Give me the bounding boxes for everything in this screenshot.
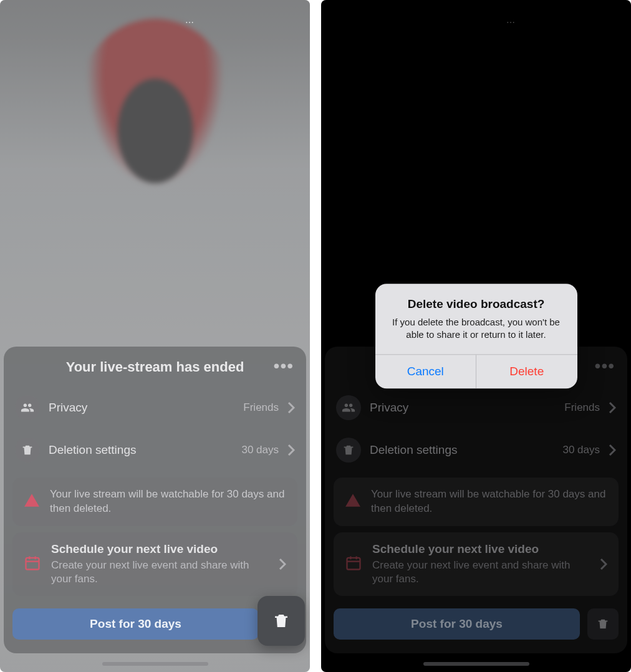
deletion-label: Deletion settings: [49, 443, 233, 457]
post-button[interactable]: Post for 30 days: [12, 608, 259, 640]
home-indicator: [423, 662, 529, 666]
deletion-settings-row[interactable]: Deletion settings 30 days: [4, 429, 306, 471]
svg-rect-0: [26, 558, 39, 570]
schedule-title: Schedule your next live video: [51, 542, 269, 556]
alert-message: If you delete the broadcast, you won't b…: [389, 316, 564, 342]
confirm-delete-button[interactable]: Delete: [476, 355, 577, 388]
chevron-right-icon: [279, 558, 286, 570]
warning-text: Your live stream will be watchable for 3…: [50, 487, 286, 516]
phone-right: ⋯ Your live-stream has ended ••• Privacy…: [321, 0, 631, 672]
privacy-value: Friends: [243, 401, 279, 414]
schedule-card[interactable]: Schedule your next live video Create you…: [12, 532, 297, 596]
watchable-warning-card: Your live stream will be watchable for 3…: [12, 478, 297, 526]
trash-icon: [15, 438, 40, 463]
alert-title: Delete video broadcast?: [389, 297, 564, 311]
delete-button[interactable]: [258, 596, 305, 646]
sheet-title: Your live-stream has ended: [66, 359, 244, 375]
warning-icon: [24, 492, 40, 511]
chevron-right-icon: [287, 444, 295, 456]
people-icon: [15, 395, 40, 420]
schedule-subtitle: Create your next live event and share wi…: [51, 559, 269, 586]
deletion-value: 30 days: [241, 444, 279, 456]
phone-left: ⋯ Your live-stream has ended ••• Privacy…: [0, 0, 310, 672]
home-indicator: [102, 662, 208, 666]
chevron-right-icon: [287, 401, 295, 414]
status-indicator: ⋯: [185, 17, 195, 27]
cancel-button[interactable]: Cancel: [375, 355, 477, 388]
calendar-icon: [24, 554, 41, 574]
delete-confirm-alert: Delete video broadcast? If you delete th…: [375, 284, 577, 388]
privacy-row[interactable]: Privacy Friends: [4, 386, 306, 429]
privacy-label: Privacy: [49, 401, 234, 415]
more-icon[interactable]: •••: [274, 359, 294, 373]
